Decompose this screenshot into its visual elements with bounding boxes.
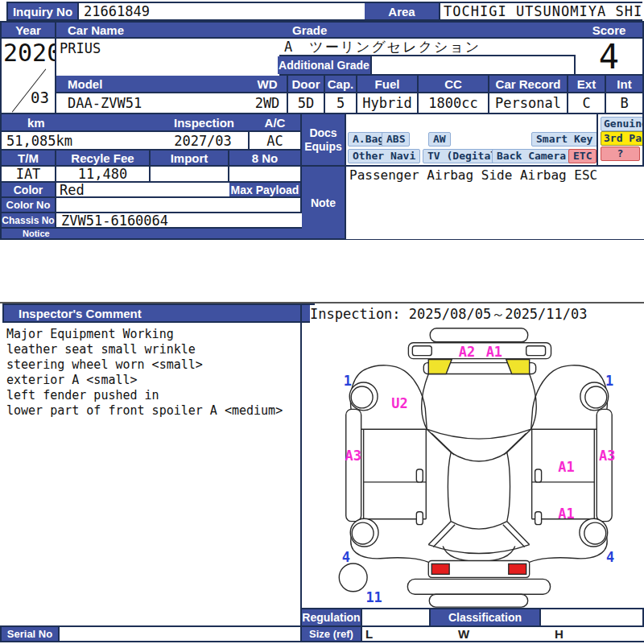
color-no-label: Color No bbox=[2, 198, 55, 212]
inspection-value: 2027/03 bbox=[158, 132, 248, 149]
left-sill-strip bbox=[346, 409, 361, 521]
size-h-cell: H bbox=[551, 627, 644, 641]
equip-badge-etc: ETC bbox=[568, 149, 597, 163]
note-value: Passenger Airbag Side Airbag ESC bbox=[346, 167, 644, 239]
fuel-value: Hybrid bbox=[357, 93, 417, 113]
additional-grade-value bbox=[372, 56, 574, 74]
year-value: 2020 bbox=[3, 39, 55, 67]
wd-label: WD bbox=[248, 76, 287, 92]
equipment-origin-column: Genuine3rd Party? bbox=[598, 114, 642, 165]
right-sill-strip bbox=[597, 409, 612, 521]
car-record-label: Car Record bbox=[489, 76, 567, 92]
area-label: Area bbox=[365, 3, 439, 19]
inquiry-no-value: 21661849 bbox=[79, 3, 368, 19]
model-label: Model bbox=[56, 76, 258, 92]
color-no-value bbox=[56, 198, 231, 212]
cc-label: CC bbox=[419, 76, 488, 92]
km-value: 51,085km bbox=[2, 132, 161, 149]
comment-line: lower part of front spoiler A <medium> bbox=[6, 403, 296, 419]
size-w-cell: W bbox=[455, 627, 553, 641]
ac-value: AC bbox=[250, 132, 300, 149]
comment-line: leather seat small wrinkle bbox=[6, 342, 296, 357]
tm-label: T/M bbox=[2, 151, 55, 165]
color-label: Color bbox=[2, 183, 55, 196]
docs-label: Docs bbox=[309, 126, 336, 140]
cap-label: Cap. bbox=[325, 76, 356, 92]
comment-line: steering wheel worn <small> bbox=[6, 357, 296, 373]
door-handle bbox=[535, 512, 542, 525]
import-label: Import bbox=[151, 151, 228, 165]
chassis-no-label: Chassis No bbox=[2, 213, 55, 227]
equip-badge-other-navi: Other Navi bbox=[348, 149, 420, 163]
chassis-no-value: ZVW51-6160064 bbox=[56, 213, 305, 227]
score-label: Score bbox=[576, 23, 642, 37]
damage-label-A3: A3 bbox=[599, 448, 615, 464]
year-label: Year bbox=[2, 23, 55, 37]
inspector-comment-title: Inspector's Comment bbox=[2, 303, 315, 323]
damage-label-A1: A1 bbox=[558, 506, 574, 522]
equip-badge-: ? bbox=[601, 147, 640, 161]
ext-value: C bbox=[568, 93, 605, 113]
car-damage-diagram: A2A111U2A3A3A1A14411 bbox=[302, 324, 644, 608]
recycle-fee-label: Recyle Fee bbox=[56, 151, 149, 165]
car-name-value: PRIUS bbox=[56, 39, 279, 76]
lower-top-border bbox=[0, 302, 644, 303]
damage-label-4: 4 bbox=[342, 549, 350, 565]
damage-label-A2: A2 bbox=[459, 344, 475, 360]
int-label: Int bbox=[606, 76, 642, 92]
damage-label-A1: A1 bbox=[558, 459, 574, 475]
docs-equips-label: Docs Equips bbox=[302, 114, 345, 165]
damage-label-11: 11 bbox=[365, 589, 382, 605]
eight-no-value bbox=[229, 167, 300, 181]
max-payload-label: Max Payload bbox=[229, 183, 300, 196]
comment-line: left fender pushed in bbox=[6, 388, 296, 403]
damage-label-A3: A3 bbox=[345, 448, 361, 464]
equip-badge-3rd-party: 3rd Party bbox=[601, 131, 642, 146]
color-value: Red bbox=[56, 183, 231, 196]
equip-badge-back-camera: Back Camera bbox=[492, 149, 571, 163]
size-ref-label: Size (ref) bbox=[302, 627, 361, 641]
regulation-label: Regulation bbox=[302, 609, 361, 625]
comment-line: Major Equipment Working bbox=[6, 327, 296, 342]
equip-badge-genuine: Genuine bbox=[601, 117, 642, 131]
cc-value: 1800cc bbox=[419, 93, 488, 113]
damage-label-1: 1 bbox=[605, 373, 613, 389]
additional-grade-label: Additional Grade bbox=[278, 56, 370, 74]
door-handle bbox=[535, 469, 542, 482]
cap-value: 5 bbox=[325, 93, 356, 113]
wd-value: 2WD bbox=[248, 93, 287, 113]
size-l-cell: L bbox=[362, 627, 456, 641]
inspector-comment-body: Major Equipment Workingleather seat smal… bbox=[6, 327, 296, 419]
door-handle bbox=[416, 512, 423, 525]
equipment-origin-area: Genuine3rd Party? bbox=[598, 114, 642, 165]
door-handle bbox=[416, 469, 423, 482]
ext-label: Ext bbox=[568, 76, 605, 92]
damage-label-A1: A1 bbox=[486, 344, 502, 360]
import-value bbox=[151, 167, 228, 181]
equipment-badges-area: A.BagABSAWSmart Key Other NaviTV (Degita… bbox=[346, 114, 597, 165]
classification-label: Classification bbox=[431, 609, 539, 625]
comment-line: exterior A <small> bbox=[6, 373, 296, 388]
model-value: DAA-ZVW51 bbox=[56, 93, 258, 113]
equipment-row-2: Other NaviTV (Degital)Back CameraETC bbox=[346, 114, 597, 165]
recycle-fee-value: 11,480 bbox=[56, 167, 149, 181]
inspection-period: Inspection: 2025/08/05～2025/11/03 bbox=[310, 305, 640, 323]
spare-tire bbox=[339, 564, 367, 592]
car-record-value: Personal bbox=[489, 93, 567, 113]
grade-value: A ツーリングセレクション bbox=[278, 39, 580, 55]
tail-light-right bbox=[509, 564, 526, 574]
damage-label-1: 1 bbox=[344, 373, 352, 389]
notice-label: Notice bbox=[2, 229, 321, 238]
door-label: Door bbox=[288, 76, 324, 92]
serial-no-value bbox=[60, 627, 300, 641]
serial-no-label: Serial No bbox=[2, 627, 58, 641]
equips-label: Equips bbox=[304, 140, 342, 154]
tail-light-left bbox=[431, 564, 449, 574]
damage-label-U2: U2 bbox=[391, 395, 407, 411]
inquiry-no-label: Inquiry No bbox=[8, 3, 77, 19]
grade-label: Grade bbox=[278, 23, 588, 37]
classification-value bbox=[541, 609, 642, 625]
max-payload-value bbox=[229, 198, 300, 212]
eight-no-label: 8 No bbox=[229, 151, 300, 165]
inspection-label: Inspection bbox=[158, 114, 264, 130]
